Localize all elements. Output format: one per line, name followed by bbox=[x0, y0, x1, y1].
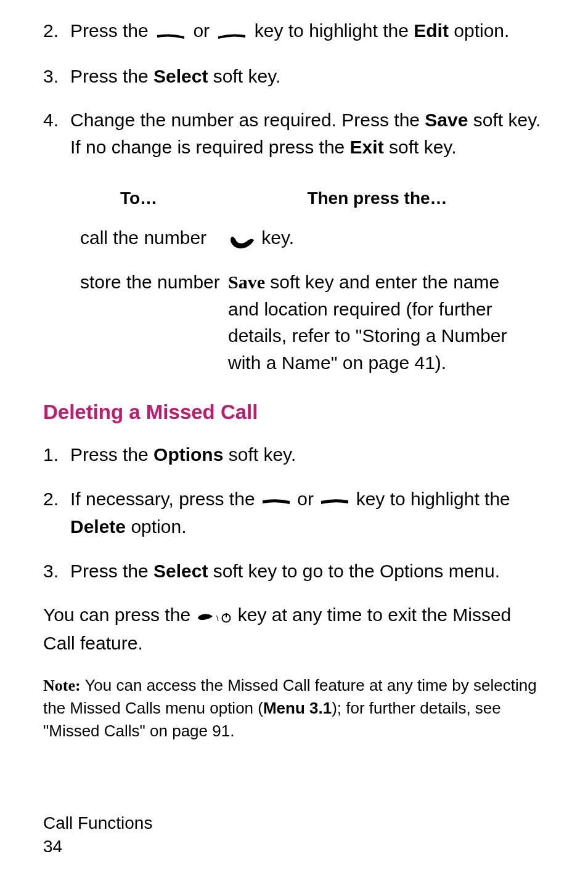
end-power-key-icon: \ bbox=[195, 603, 232, 630]
text: Change the number as required. Press the bbox=[70, 110, 425, 130]
text: key to highlight the bbox=[255, 20, 414, 41]
footer-page: 34 bbox=[43, 835, 152, 858]
nav-key-icon-a bbox=[260, 487, 292, 514]
text: Press the bbox=[70, 561, 153, 581]
note: Note: You can access the Missed Call fea… bbox=[43, 674, 545, 742]
step-2: 2. Press the or key to highlight the Edi… bbox=[43, 17, 545, 46]
text: or bbox=[297, 489, 319, 509]
header-then: Then press the… bbox=[228, 189, 545, 208]
delete-label: Delete bbox=[70, 516, 126, 537]
page-content: 2. Press the or key to highlight the Edi… bbox=[0, 0, 588, 767]
text: key to highlight the bbox=[356, 489, 510, 509]
text: soft key. bbox=[229, 444, 296, 465]
header-to: To… bbox=[43, 189, 228, 208]
page-footer: Call Functions 34 bbox=[43, 812, 152, 858]
step-3: 3. Press the Select soft key. bbox=[43, 63, 545, 90]
call-key-icon bbox=[228, 226, 256, 253]
text: Press the bbox=[70, 444, 153, 465]
table-row: call the number key. bbox=[43, 224, 545, 253]
text: key. bbox=[261, 227, 294, 248]
note-label: Note: bbox=[43, 677, 81, 694]
step-4: 4. Change the number as required. Press … bbox=[43, 107, 545, 160]
table-row: store the number Save soft key and enter… bbox=[43, 269, 545, 376]
exit-paragraph: You can press the \ key at any time to e… bbox=[43, 601, 545, 656]
text: soft key. bbox=[213, 66, 280, 86]
nav-key-icon-b bbox=[319, 487, 351, 514]
save-label: Save bbox=[425, 110, 468, 130]
save-softkey-label: Save bbox=[228, 272, 265, 292]
step-body: Change the number as required. Press the… bbox=[70, 107, 545, 160]
nav-key-icon-a bbox=[153, 18, 188, 46]
table-header: To… Then press the… bbox=[43, 189, 545, 208]
options-label: Options bbox=[153, 444, 223, 465]
cell-store-number: store the number bbox=[43, 269, 228, 376]
text: Press the bbox=[70, 66, 153, 86]
cell-store-instructions: Save soft key and enter the name and loc… bbox=[228, 269, 545, 376]
edit-label: Edit bbox=[414, 20, 449, 41]
footer-title: Call Functions bbox=[43, 812, 152, 835]
text: or bbox=[193, 20, 214, 41]
step-number: 2. bbox=[43, 486, 70, 540]
step-body: Press the Select soft key. bbox=[70, 63, 545, 90]
text: option. bbox=[131, 516, 186, 537]
menu-ref: Menu 3.1 bbox=[263, 699, 332, 717]
text: option. bbox=[454, 20, 509, 41]
cell-call-number: call the number bbox=[43, 224, 228, 253]
svg-text:\: \ bbox=[216, 614, 219, 623]
text: soft key and enter the name and location… bbox=[228, 272, 507, 373]
step-body: Press the Select soft key to go to the O… bbox=[70, 558, 545, 585]
select-label: Select bbox=[153, 561, 208, 581]
step-number: 1. bbox=[43, 441, 70, 468]
step-body: Press the Options soft key. bbox=[70, 441, 545, 468]
del-step-1: 1. Press the Options soft key. bbox=[43, 441, 545, 468]
step-number: 3. bbox=[43, 63, 70, 90]
exit-label: Exit bbox=[350, 137, 384, 157]
step-body: If necessary, press the or key to highli… bbox=[70, 486, 545, 540]
action-table: To… Then press the… call the number key.… bbox=[43, 189, 545, 376]
select-label: Select bbox=[153, 66, 208, 86]
nav-key-icon-b bbox=[214, 18, 249, 46]
step-number: 4. bbox=[43, 107, 70, 160]
text: Press the bbox=[70, 20, 153, 41]
del-step-2: 2. If necessary, press the or key to hig… bbox=[43, 486, 545, 540]
cell-call-key: key. bbox=[228, 224, 545, 253]
text: You can press the bbox=[43, 604, 195, 625]
step-number: 3. bbox=[43, 558, 70, 585]
text: If necessary, press the bbox=[70, 489, 260, 509]
step-body: Press the or key to highlight the Edit o… bbox=[70, 17, 545, 46]
step-number: 2. bbox=[43, 17, 70, 46]
del-step-3: 3. Press the Select soft key to go to th… bbox=[43, 558, 545, 585]
text: soft key. bbox=[389, 137, 456, 157]
text: soft key to go to the Options menu. bbox=[213, 561, 500, 581]
section-heading: Deleting a Missed Call bbox=[43, 401, 545, 424]
